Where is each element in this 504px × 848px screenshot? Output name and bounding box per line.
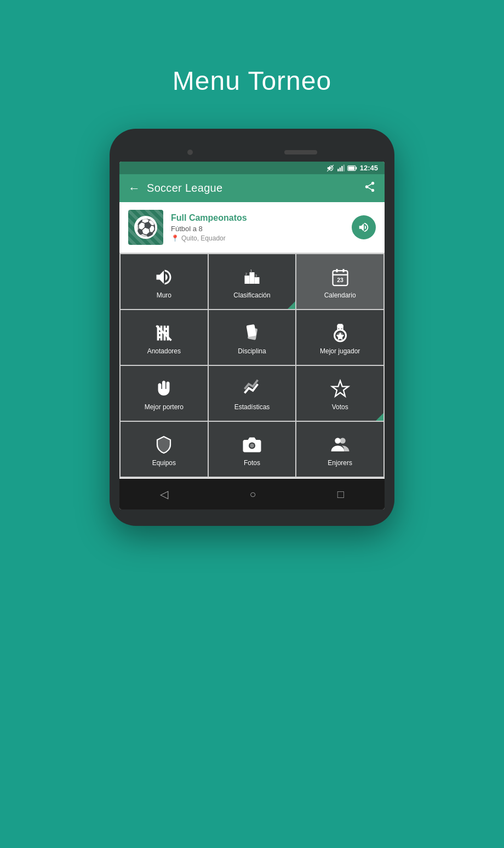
nav-recent-button[interactable]: □ xyxy=(327,486,355,503)
menu-item-fotos[interactable]: Fotos xyxy=(209,422,296,477)
location-pin-icon: 📍 xyxy=(171,234,179,242)
menu-grid: Muro 1 2 3 Clasificación xyxy=(119,253,385,478)
svg-point-35 xyxy=(250,444,254,448)
votos-indicator xyxy=(376,413,383,421)
front-camera xyxy=(187,150,193,155)
anotadores-label: Anotadores xyxy=(147,347,181,355)
votos-label: Votos xyxy=(332,403,348,411)
fotos-label: Fotos xyxy=(244,459,260,467)
status-bar: 12:45 xyxy=(119,162,385,174)
svg-rect-1 xyxy=(337,169,339,171)
header-left: ← Soccer League xyxy=(128,181,222,196)
menu-item-anotadores[interactable]: Anotadores xyxy=(121,310,208,365)
battery-icon xyxy=(347,165,357,171)
back-button[interactable]: ← xyxy=(128,181,140,196)
clasificacion-label: Clasificación xyxy=(233,291,270,299)
chart-line-icon xyxy=(242,379,262,399)
disciplina-label: Disciplina xyxy=(238,347,266,355)
cards-icon xyxy=(242,323,262,343)
svg-rect-10 xyxy=(254,277,259,284)
podium-icon: 1 2 3 xyxy=(242,267,262,287)
league-logo: ⚽ xyxy=(128,210,163,245)
enjorers-label: Enjorers xyxy=(328,459,352,467)
estadisticas-label: Estadísticas xyxy=(234,403,270,411)
menu-item-calendario[interactable]: 23 Calendario xyxy=(296,254,383,309)
gloves-icon xyxy=(154,379,174,399)
equipos-label: Equipos xyxy=(152,459,176,467)
svg-text:2: 2 xyxy=(245,272,247,275)
menu-item-equipos[interactable]: Equipos xyxy=(121,422,208,477)
scorers-icon xyxy=(154,323,174,343)
group-icon xyxy=(330,435,350,455)
menu-item-mejor-jugador[interactable]: Mejor jugador xyxy=(296,310,383,365)
league-info: Full Campeonatos Fútbol a 8 📍 Quito, Equ… xyxy=(171,213,344,242)
menu-item-disciplina[interactable]: Disciplina xyxy=(209,310,296,365)
mute-icon xyxy=(327,164,334,172)
shield-icon xyxy=(154,435,174,455)
speaker-wave-icon xyxy=(154,267,174,287)
phone-screen: 12:45 ← Soccer League ⚽ Full Campeonatos xyxy=(119,162,385,509)
svg-rect-8 xyxy=(249,272,254,284)
menu-item-estadisticas[interactable]: Estadísticas xyxy=(209,366,296,421)
menu-item-mejor-portero[interactable]: Mejor portero xyxy=(121,366,208,421)
nav-back-button[interactable]: ◁ xyxy=(149,485,179,503)
medal-icon xyxy=(330,323,350,343)
header-title: Soccer League xyxy=(147,182,222,194)
mejor-portero-label: Mejor portero xyxy=(145,403,184,411)
clasificacion-indicator xyxy=(288,301,295,309)
menu-item-enjorers[interactable]: Enjorers xyxy=(296,422,383,477)
svg-text:3: 3 xyxy=(255,273,257,277)
league-location: 📍 Quito, Equador xyxy=(171,234,344,242)
muro-label: Muro xyxy=(157,291,171,299)
calendar-icon: 23 xyxy=(330,267,350,287)
share-button[interactable] xyxy=(364,181,376,196)
star-icon xyxy=(330,379,350,399)
league-name: Full Campeonatos xyxy=(171,213,344,223)
svg-rect-4 xyxy=(343,164,344,171)
nav-home-button[interactable]: ○ xyxy=(238,486,267,503)
svg-rect-3 xyxy=(341,165,342,171)
status-time: 12:45 xyxy=(360,164,378,172)
league-type: Fútbol a 8 xyxy=(171,225,344,233)
bottom-nav: ◁ ○ □ xyxy=(119,479,385,509)
phone-speaker xyxy=(284,150,317,154)
svg-rect-7 xyxy=(348,166,354,170)
phone-top-bar xyxy=(119,145,385,162)
menu-item-votos[interactable]: Votos xyxy=(296,366,383,421)
svg-point-37 xyxy=(340,438,346,444)
status-icons: 12:45 xyxy=(327,164,378,172)
league-card: ⚽ Full Campeonatos Fútbol a 8 📍 Quito, E… xyxy=(119,202,385,253)
svg-point-36 xyxy=(335,438,341,444)
svg-rect-6 xyxy=(356,167,357,169)
camera-icon xyxy=(242,435,262,455)
page-title: Menu Torneo xyxy=(173,66,331,96)
svg-text:23: 23 xyxy=(337,277,343,283)
soccer-ball-icon: ⚽ xyxy=(134,216,157,239)
svg-rect-2 xyxy=(339,167,340,171)
signal-icon xyxy=(337,164,345,172)
phone-frame: 12:45 ← Soccer League ⚽ Full Campeonatos xyxy=(110,129,394,526)
calendario-label: Calendario xyxy=(324,291,356,299)
svg-text:1: 1 xyxy=(250,268,253,272)
menu-item-clasificacion[interactable]: 1 2 3 Clasificación xyxy=(209,254,296,309)
menu-item-muro[interactable]: Muro xyxy=(121,254,208,309)
mejor-jugador-label: Mejor jugador xyxy=(320,347,360,355)
svg-rect-9 xyxy=(244,276,249,284)
sound-button[interactable] xyxy=(352,215,376,239)
app-header: ← Soccer League xyxy=(119,174,385,202)
